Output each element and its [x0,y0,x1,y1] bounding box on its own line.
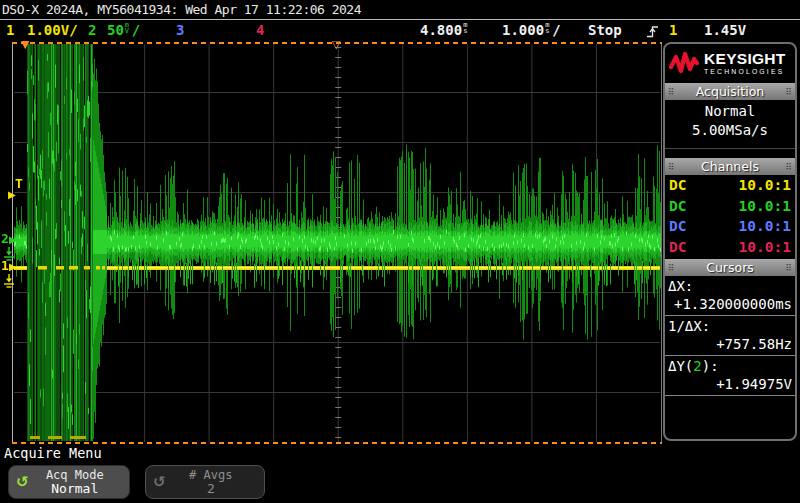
cursor-delta-y-value: +1.94975V [665,375,795,396]
ch4-number: 4 [256,21,264,39]
delay-readout: 4.800ms [420,21,470,39]
cursor-delta-x-value: +1.320000000ms [665,295,795,316]
acq-mode-softkey-label: Acq Mode [29,469,121,482]
keysight-spark-icon [669,50,699,76]
timebase-readout: 1.000ms/ [502,21,561,39]
trigger-level-arrow-icon: ▶ [8,190,16,200]
channel1-probe: 10.0:1 [739,177,791,193]
cursor-delta-y-channel: 2 [693,358,701,374]
brand-name: KEYSIGHT [704,51,786,66]
cycle-icon: ↺ [16,475,29,490]
acquisition-panel: ⠿ Acquisition ⠿ Normal 5.00MSa/s [665,83,795,149]
channel3-row: DC 10.0:1 [665,216,795,237]
channels-panel-title: Channels [701,159,759,174]
system-status-line: DSO-X 2024A, MY56041934: Wed Apr 17 11:2… [2,2,361,17]
info-sidebar: KEYSIGHT TECHNOLOGIES ⠿ Acquisition ⠿ No… [663,42,797,441]
trigger-source-readout: 1 [669,21,677,39]
cursor-delta-y-label: ΔY(2): [665,356,795,375]
cursor-inverse-delta-x-value: +757.58Hz [665,335,795,356]
cursor-inverse-delta-x: 1/ΔX: +757.58Hz [665,316,795,356]
oscilloscope-screen: { "header": { "title": "DSO-X 2024A, MY5… [0,0,800,503]
channels-panel: ⠿ Channels ⠿ DC 10.0:1 DC 10.0:1 DC 10.0… [665,158,795,259]
acq-mode-softkey[interactable]: ↺ Acq Mode Normal [8,465,130,499]
num-avgs-softkey[interactable]: ↺ # Avgs 2 [145,465,265,499]
grip-icon: ⠿ [785,162,792,172]
cycle-icon: ↺ [153,475,166,490]
run-state-indicator: Stop [588,21,622,39]
ch1-ground-icon [3,274,15,289]
sample-rate-value: 5.00MSa/s [665,121,795,140]
grip-icon: ⠿ [785,87,792,97]
waveform-canvas [12,42,662,444]
cursor-delta-x: ΔX: +1.320000000ms [665,276,795,316]
channels-panel-header[interactable]: ⠿ Channels ⠿ [665,158,795,175]
time-reference-icon: ▽ [332,39,340,50]
title-divider [0,19,800,20]
ch1-number: 1 [6,21,14,39]
acq-mode-softkey-value: Normal [29,482,121,496]
cursors-panel-header[interactable]: ⠿ Cursors ⠿ [665,259,795,276]
grip-icon: ⠿ [668,162,675,172]
menu-title: Acquire Menu [4,445,102,461]
ch1-scale-readout: 1.00V/ [27,21,78,39]
channel3-coupling: DC [669,218,686,234]
trigger-slope-icon [646,24,659,39]
trigger-level-marker-label: T [15,177,23,190]
cursors-panel: ⠿ Cursors ⠿ ΔX: +1.320000000ms 1/ΔX: +75… [665,259,795,396]
cursor-delta-x-label: ΔX: [665,276,795,295]
channel1-coupling: DC [669,177,686,193]
trigger-position-icon: ▼ [21,39,29,50]
cursor-delta-y: ΔY(2): +1.94975V [665,356,795,396]
channel4-probe: 10.0:1 [739,239,791,255]
ch2-scale-readout: 50mV/ [107,21,140,39]
graticule-area: ▼ ▽ [12,42,662,444]
cursor-inverse-delta-x-label: 1/ΔX: [665,316,795,335]
num-avgs-softkey-value: 2 [166,482,256,496]
brand-subname: TECHNOLOGIES [704,68,786,75]
ch2-reference-arrow-icon: ▶ [9,235,17,245]
ch2-reference-label: 2 [1,232,9,245]
num-avgs-softkey-label: # Avgs [166,469,256,482]
acquisition-mode-value: Normal [665,102,795,121]
cursors-panel-title: Cursors [706,260,754,275]
trigger-level-readout: 1.45V [704,21,746,39]
channel2-probe: 10.0:1 [739,198,791,214]
grip-icon: ⠿ [668,87,675,97]
acquisition-panel-header[interactable]: ⠿ Acquisition ⠿ [665,83,795,100]
channel1-row: DC 10.0:1 [665,175,795,196]
channel2-row: DC 10.0:1 [665,196,795,217]
acquisition-panel-title: Acquisition [696,84,764,99]
grip-icon: ⠿ [668,263,675,273]
grip-icon: ⠿ [785,263,792,273]
channel2-coupling: DC [669,198,686,214]
ch1-reference-arrow-icon: ▶ [9,262,17,272]
ch1-reference-label: 1 [1,259,9,272]
ch3-number: 3 [176,21,184,39]
channel4-coupling: DC [669,239,686,255]
channel4-row: DC 10.0:1 [665,237,795,258]
ch2-number: 2 [88,21,96,39]
keysight-logo: KEYSIGHT TECHNOLOGIES [665,44,795,83]
channel3-probe: 10.0:1 [739,218,791,234]
